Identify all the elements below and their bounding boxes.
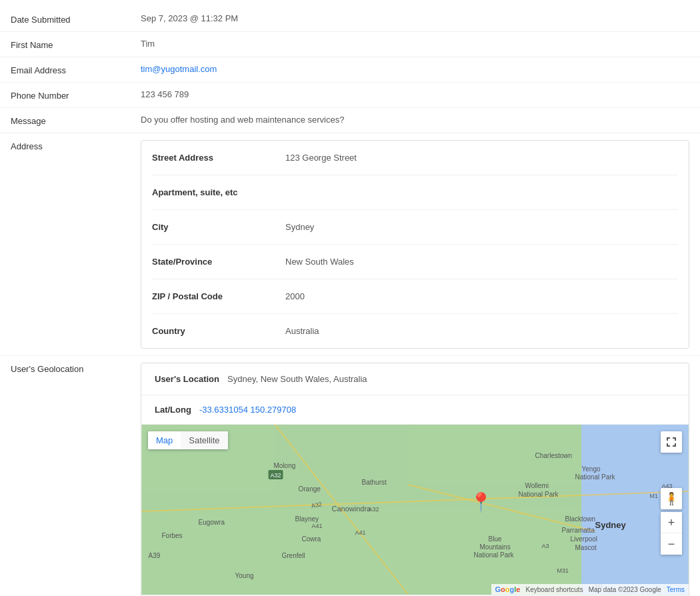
email-label: Email Address (11, 64, 141, 75)
svg-text:A3: A3 (542, 543, 549, 549)
state-value: New South Wales (285, 257, 678, 267)
map-tab-button[interactable]: Map (148, 431, 181, 449)
svg-text:A32: A32 (270, 472, 281, 479)
state-row: State/Province New South Wales (152, 245, 678, 279)
address-label: Address (11, 140, 141, 151)
svg-text:Yengo: Yengo (582, 465, 601, 473)
svg-text:A39: A39 (149, 552, 161, 559)
address-box: Street Address 123 George Street Apartme… (141, 140, 689, 349)
zip-row: ZIP / Postal Code 2000 (152, 279, 678, 314)
user-location-row: User's Location Sydney, New South Wales,… (141, 363, 689, 395)
zoom-out-button[interactable]: − (661, 533, 682, 555)
pegman-button[interactable]: 🧍 (661, 488, 682, 509)
attribution-data: Map data ©2023 Google (589, 586, 661, 593)
zip-value: 2000 (285, 291, 678, 301)
email-row: Email Address tim@yugotmail.com (0, 57, 700, 83)
svg-text:Blue: Blue (489, 535, 502, 543)
message-row: Message Do you offer hosting and web mai… (0, 108, 700, 133)
user-location-label: User's Location (155, 374, 219, 384)
svg-text:Forbes: Forbes (162, 532, 183, 539)
address-row: Address Street Address 123 George Street… (0, 133, 700, 356)
satellite-tab-button[interactable]: Satellite (181, 431, 227, 449)
geolocation-section: User's Geolocation User's Location Sydne… (0, 356, 700, 596)
svg-text:Mascot: Mascot (575, 544, 597, 551)
google-logo: Google (495, 585, 521, 593)
user-location-value: Sydney, New South Wales, Australia (227, 374, 367, 384)
country-value: Australia (285, 326, 678, 336)
svg-text:Young: Young (235, 572, 254, 579)
svg-text:Charlestown: Charlestown (535, 452, 573, 459)
zip-label: ZIP / Postal Code (152, 291, 285, 301)
street-value: 123 George Street (285, 153, 678, 163)
message-label: Message (11, 115, 141, 126)
attribution-terms[interactable]: Terms (667, 586, 685, 593)
geolocation-label: User's Geolocation (11, 363, 141, 374)
first-name-row: First Name Tim (0, 32, 700, 57)
date-submitted-row: Date Submitted Sep 7, 2023 @ 11:32 PM (0, 7, 700, 32)
apt-row: Apartment, suite, etc (152, 175, 678, 210)
svg-text:Canowindra: Canowindra (332, 505, 372, 513)
street-label: Street Address (152, 153, 285, 163)
svg-text:Parramatta: Parramatta (562, 527, 595, 534)
svg-text:Liverpool: Liverpool (571, 535, 598, 543)
city-label: City (152, 222, 285, 232)
svg-text:Mountains: Mountains (480, 543, 511, 551)
fullscreen-icon (666, 437, 677, 447)
svg-text:National Park: National Park (519, 491, 559, 498)
svg-text:Blayney: Blayney (295, 515, 319, 523)
svg-text:A32: A32 (369, 506, 379, 513)
zoom-controls: + − (661, 512, 682, 555)
date-submitted-label: Date Submitted (11, 13, 141, 25)
latlong-label: Lat/Long (155, 405, 191, 415)
pegman-icon: 🧍 (664, 491, 679, 506)
svg-text:M31: M31 (557, 567, 569, 574)
map-attribution: Google Keyboard shortcuts Map data ©2023… (491, 584, 689, 595)
map-controls: 🧍 + − (661, 488, 682, 555)
date-submitted-value: Sep 7, 2023 @ 11:32 PM (141, 13, 689, 23)
geolocation-content: User's Location Sydney, New South Wales,… (141, 363, 689, 596)
svg-text:Wollemi: Wollemi (525, 482, 549, 489)
attribution-shortcuts[interactable]: Keyboard shortcuts (525, 586, 583, 593)
svg-text:Molong: Molong (274, 462, 296, 469)
svg-text:National Park: National Park (575, 473, 616, 481)
svg-text:Orange: Orange (299, 485, 321, 493)
svg-text:Blacktown: Blacktown (565, 515, 596, 523)
country-label: Country (152, 326, 285, 336)
first-name-label: First Name (11, 39, 141, 50)
phone-value: 123 456 789 (141, 89, 689, 99)
city-row: City Sydney (152, 210, 678, 245)
map-toggle: Map Satellite (148, 431, 228, 449)
apt-label: Apartment, suite, etc (152, 187, 285, 197)
svg-text:Grenfell: Grenfell (282, 552, 305, 559)
city-value: Sydney (285, 222, 678, 232)
message-value: Do you offer hosting and web maintenance… (141, 115, 689, 125)
svg-text:Cowra: Cowra (302, 535, 321, 543)
svg-text:A41: A41 (312, 523, 323, 529)
street-row: Street Address 123 George Street (152, 141, 678, 175)
svg-text:National Park: National Park (474, 551, 515, 559)
map-container[interactable]: Forbes Eugowra Orange Bathurst Blayney C… (141, 425, 689, 595)
fullscreen-button[interactable] (661, 431, 682, 453)
phone-label: Phone Number (11, 89, 141, 101)
svg-text:Bathurst: Bathurst (362, 479, 387, 486)
phone-row: Phone Number 123 456 789 (0, 83, 700, 108)
first-name-value: Tim (141, 39, 689, 49)
map-pin: 📍 (469, 491, 493, 513)
latlong-value: -33.6331054 150.279708 (199, 405, 296, 415)
state-label: State/Province (152, 257, 285, 267)
svg-text:A41: A41 (355, 529, 366, 536)
map-svg: Forbes Eugowra Orange Bathurst Blayney C… (141, 425, 689, 595)
latlong-row: Lat/Long -33.6331054 150.279708 (141, 395, 689, 425)
svg-text:Eugowra: Eugowra (199, 519, 225, 526)
zoom-in-button[interactable]: + (661, 512, 682, 533)
svg-text:M1: M1 (650, 493, 659, 499)
email-value[interactable]: tim@yugotmail.com (141, 64, 689, 74)
country-row: Country Australia (152, 314, 678, 348)
svg-text:Sydney: Sydney (595, 520, 627, 530)
